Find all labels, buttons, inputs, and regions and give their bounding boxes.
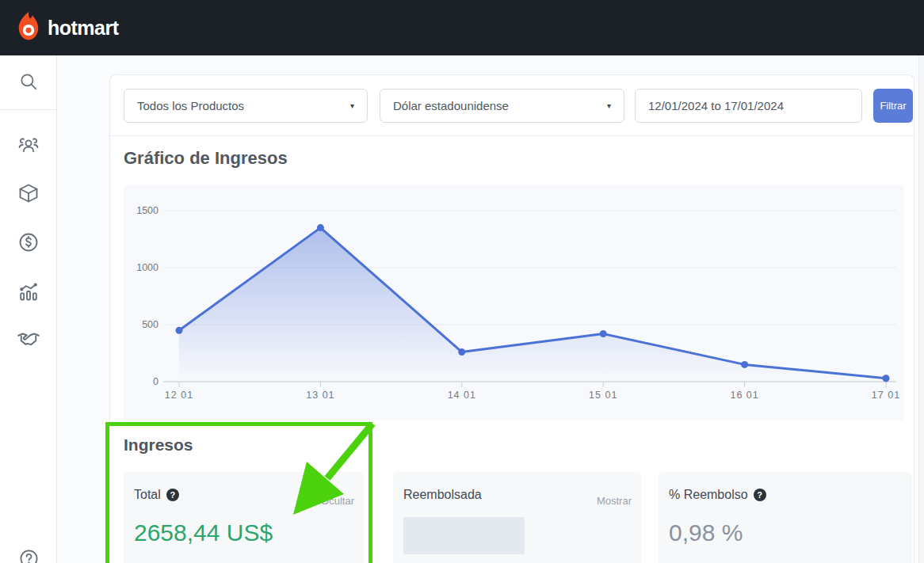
top-bar: hotmart (0, 0, 924, 55)
products-icon[interactable] (15, 180, 42, 207)
hotmart-logo[interactable]: hotmart (16, 11, 119, 44)
mostrar-link[interactable]: Mostrar (597, 495, 632, 507)
affiliations-icon[interactable] (15, 325, 42, 352)
reembolso-pct-card: % Reembolso ? 0,98 % (659, 472, 912, 563)
help-badge-icon[interactable]: ? (754, 489, 766, 501)
scrollbar[interactable] (918, 55, 924, 563)
ocultar-link[interactable]: Ocultar (321, 495, 354, 507)
product-select[interactable]: Todos los Productos ▾ (124, 89, 368, 123)
brand-name: hotmart (48, 17, 119, 40)
reembolso-pct-card-label: % Reembolso (669, 488, 748, 502)
flame-icon (16, 11, 41, 44)
sales-icon[interactable] (15, 229, 42, 256)
sidebar-divider (0, 109, 56, 110)
members-icon[interactable] (15, 131, 42, 158)
revenue-line-chart: 05001000150012 0113 0114 0115 0116 0117 … (124, 185, 904, 420)
revenue-chart: 05001000150012 0113 0114 0115 0116 0117 … (124, 185, 904, 420)
svg-text:0: 0 (153, 376, 158, 387)
svg-text:16 01: 16 01 (730, 390, 758, 401)
currency-select[interactable]: Dólar estadounidense ▾ (380, 89, 624, 123)
svg-text:1500: 1500 (136, 205, 158, 216)
svg-text:500: 500 (142, 319, 158, 330)
chevron-down-icon: ▾ (607, 101, 611, 110)
product-select-value: Todos los Productos (137, 99, 244, 112)
hidden-value-placeholder (403, 517, 525, 554)
reembolso-pct-value: 0,98 % (669, 519, 743, 546)
total-card: Total ? Ocultar 2658,44 US$ (124, 472, 364, 563)
svg-text:1000: 1000 (136, 262, 158, 273)
chevron-down-icon: ▾ (350, 101, 354, 110)
svg-text:15 01: 15 01 (589, 390, 617, 401)
date-range-input[interactable]: 12/01/2024 to 17/01/2024 (635, 89, 862, 123)
total-card-label: Total (134, 488, 161, 502)
reports-icon[interactable] (15, 278, 42, 305)
main-panel: Todos los Productos ▾ Dólar estadouniden… (109, 74, 914, 563)
ingresos-section-title: Ingresos (124, 436, 193, 455)
total-value: 2658,44 US$ (134, 519, 273, 546)
help-icon[interactable] (15, 545, 42, 563)
help-badge-icon[interactable]: ? (166, 489, 179, 501)
filter-divider (110, 135, 914, 136)
sidebar (0, 55, 57, 563)
svg-text:13 01: 13 01 (306, 390, 334, 401)
svg-text:14 01: 14 01 (448, 390, 476, 401)
search-icon[interactable] (15, 68, 42, 95)
chart-title: Gráfico de Ingresos (124, 148, 288, 169)
date-range-value: 12/01/2024 to 17/01/2024 (648, 99, 784, 112)
svg-text:17 01: 17 01 (872, 390, 900, 401)
filtrar-button[interactable]: Filtrar (873, 89, 913, 123)
reembolsada-card: Reembolsada Mostrar (393, 472, 641, 563)
reembolsada-card-label: Reembolsada (403, 488, 482, 502)
currency-select-value: Dólar estadounidense (393, 99, 509, 112)
svg-text:12 01: 12 01 (165, 390, 193, 401)
